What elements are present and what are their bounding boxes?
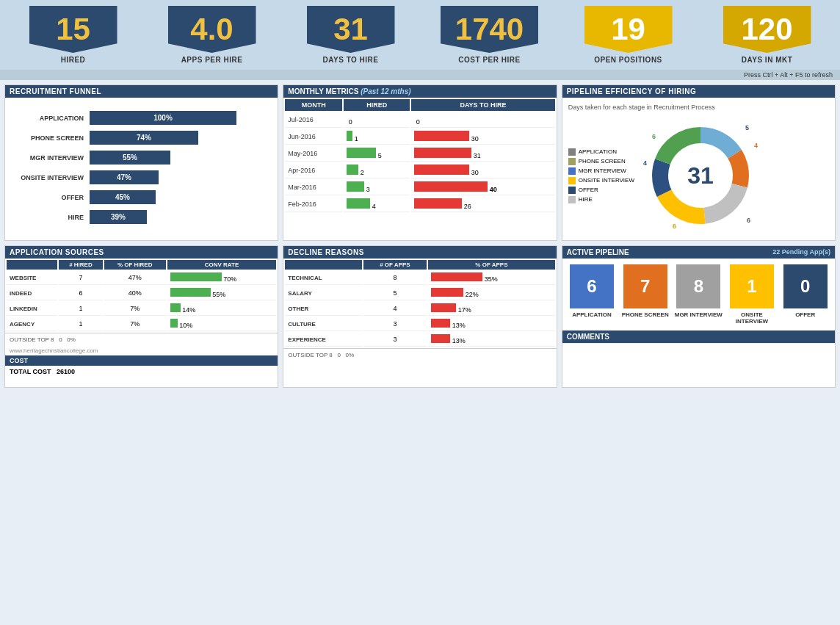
cost-total-value: 26100 — [57, 368, 75, 375]
legend-offer: OFFER — [568, 187, 634, 194]
metric-hired-value: 15 — [29, 6, 117, 53]
funnel-label-offer: OFFER — [16, 194, 90, 201]
monthly-col-days: DAYS TO HIRE — [411, 99, 554, 111]
cost-label: COST — [5, 355, 278, 366]
funnel-label-phone: PHONE SCREEN — [16, 134, 90, 142]
pipeline-legend: APPLICATION PHONE SCREEN MGR INTERVIEW O… — [568, 146, 634, 206]
metric-open-positions: 19 OPEN POSITIONS — [562, 6, 694, 64]
source-row-linkedin: LINKEDIN 1 7% 14% — [7, 302, 276, 316]
decline-row-other: OTHER 4 17% — [285, 302, 554, 316]
seg-label-6-bottom: 6 — [673, 223, 676, 230]
legend-onsite-interview: ONSITE INTERVIEW — [568, 177, 634, 184]
metric-hired-label: HIRED — [61, 56, 86, 64]
sources-col-pct: % OF HIRED — [104, 260, 166, 270]
comments-area[interactable] — [562, 343, 835, 387]
decline-footer: OUTSIDE TOP 8 0 0% — [283, 348, 556, 361]
source-row-website: WEBSITE 7 47% 70% — [7, 271, 276, 285]
metric-days-label: DAYS TO HIRE — [322, 56, 378, 64]
pipeline-num-offer: 0 — [783, 264, 828, 308]
decline-section: DECLINE REASONS # OF APPS % OF APPS TECH… — [283, 245, 557, 388]
metric-hired: 15 HIRED — [7, 6, 139, 64]
decline-row-technical: TECHNICAL 8 35% — [285, 271, 554, 285]
pipeline-item-label-onsite: ONSITEINTERVIEW — [736, 311, 768, 325]
funnel-bar-onsite: 47% — [90, 170, 267, 184]
monthly-table: MONTH HIRED DAYS TO HIRE Jul-2016 0 0 Ju… — [283, 98, 556, 214]
metric-cost-value: 1740 — [441, 6, 538, 53]
main-content: RECRUITMENT FUNNEL APPLICATION 100% PHON… — [0, 80, 840, 392]
funnel-section: RECRUITMENT FUNNEL APPLICATION 100% PHON… — [4, 84, 278, 241]
funnel-row-phone: PHONE SCREEN 74% — [16, 131, 267, 145]
legend-dot-offer — [568, 187, 576, 194]
seg-label-5: 5 — [745, 124, 749, 131]
seg-label-4-right: 4 — [754, 142, 758, 149]
metric-open-label: OPEN POSITIONS — [594, 56, 662, 64]
monthly-row-mar: Mar-2016 3 40 — [285, 180, 554, 195]
sources-col-conv: CONV RATE — [167, 260, 277, 270]
legend-application: APPLICATION — [568, 148, 634, 156]
legend-dot-phone — [568, 158, 576, 165]
sources-col-hired: # HIRED — [59, 260, 103, 270]
legend-dot-onsite — [568, 177, 576, 184]
active-pipeline-header: ACTIVE PIPELINE 22 Pending App(s) — [562, 246, 835, 259]
funnel-bar-phone: 74% — [90, 131, 267, 145]
metric-mkt-value: 120 — [723, 6, 811, 53]
source-row-indeed: INDEED 6 40% 55% — [7, 286, 276, 300]
monthly-row-jun: Jun-2016 1 30 — [285, 129, 554, 145]
funnel-title: RECRUITMENT FUNNEL — [5, 85, 278, 98]
metric-mkt-label: DAYS IN MKT — [742, 56, 793, 64]
funnel-bar-offer: 45% — [90, 190, 267, 204]
funnel-bar-hire: 39% — [90, 210, 267, 224]
decline-col-pct: % OF APPS — [428, 260, 554, 270]
monthly-subtitle: (Past 12 mths) — [361, 87, 410, 95]
monthly-col-month: MONTH — [285, 99, 342, 111]
active-pipeline-section: ACTIVE PIPELINE 22 Pending App(s) 6 APPL… — [562, 245, 836, 388]
pipeline-num-onsite: 1 — [730, 264, 774, 308]
pipeline-item-label-phone: PHONE SCREEN — [622, 311, 669, 318]
outside-top8-hired: 0 — [59, 336, 62, 343]
decline-title: DECLINE REASONS — [283, 246, 556, 259]
decline-outside-apps: 0 — [337, 352, 340, 358]
top-metrics-bar: 15 HIRED 4.0 APPS PER HIRE 31 DAYS TO HI… — [0, 0, 840, 70]
monthly-row-apr: Apr-2016 2 30 — [285, 163, 554, 178]
comments-header: COMMENTS — [562, 330, 835, 343]
pipeline-num-phone: 7 — [623, 264, 667, 308]
seg-label-4-left: 4 — [643, 159, 647, 167]
metric-cost-label: COST PER HIRE — [458, 56, 520, 64]
funnel-row-offer: OFFER 45% — [16, 190, 267, 204]
donut-center-value: 31 — [687, 162, 714, 189]
pipeline-item-application: 6 APPLICATION — [567, 264, 618, 325]
metric-apps-label: APPS PER HIRE — [181, 56, 243, 64]
pipeline-item-phone: 7 PHONE SCREEN — [620, 264, 670, 325]
pipeline-chart-area: APPLICATION PHONE SCREEN MGR INTERVIEW O… — [568, 117, 829, 234]
funnel-row-mgr: MGR INTERVIEW 55% — [16, 151, 267, 165]
pipeline-item-label-application: APPLICATION — [572, 311, 612, 318]
funnel-label-application: APPLICATION — [16, 115, 90, 122]
legend-mgr-interview: MGR INTERVIEW — [568, 167, 634, 175]
decline-row-culture: CULTURE 3 13% — [285, 317, 554, 331]
funnel-bar-application: 100% — [90, 111, 267, 125]
decline-col-apps: # OF APPS — [363, 260, 427, 270]
funnel-bar-mgr: 55% — [90, 151, 267, 165]
monthly-section: MONTHLY METRICS (Past 12 mths) MONTH HIR… — [283, 84, 557, 241]
funnel-label-hire: HIRE — [16, 214, 90, 221]
seg-label-6-top: 6 — [652, 133, 656, 140]
outside-top8-label: OUTSIDE TOP 8 — [10, 336, 54, 343]
funnel-row-hire: HIRE 39% — [16, 210, 267, 224]
pipeline-content: Days taken for each stage in Recruitment… — [562, 98, 835, 240]
pipeline-item-label-mgr: MGR INTERVIEW — [675, 311, 723, 318]
metric-days-in-mkt: 120 DAYS IN MKT — [701, 6, 833, 64]
pipeline-section: PIPELINE EFFICIENCY OF HIRING Days taken… — [562, 84, 836, 241]
sources-title: APPLICATION SOURCES — [5, 246, 278, 259]
pipeline-title: PIPELINE EFFICIENCY OF HIRING — [562, 85, 835, 98]
metric-days-to-hire: 31 DAYS TO HIRE — [285, 6, 416, 64]
decline-row-salary: SALARY 5 22% — [285, 286, 554, 300]
legend-hire: HIRE — [568, 196, 634, 203]
pipeline-item-label-offer: OFFER — [795, 311, 815, 318]
funnel-row-onsite: ONSITE INTERVIEW 47% — [16, 170, 267, 184]
sources-table: # HIRED % OF HIRED CONV RATE WEBSITE 7 4… — [5, 259, 278, 333]
active-pending-count: 22 Pending App(s) — [772, 248, 830, 256]
seg-label-6-bottomright: 6 — [747, 217, 750, 224]
funnel-label-mgr: MGR INTERVIEW — [16, 154, 90, 162]
sources-section: APPLICATION SOURCES # HIRED % OF HIRED C… — [4, 245, 278, 388]
monthly-row-may: May-2016 5 31 — [285, 146, 554, 162]
